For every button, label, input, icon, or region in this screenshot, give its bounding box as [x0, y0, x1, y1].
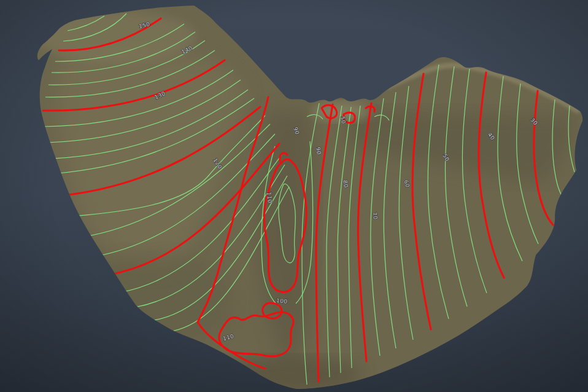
elevation-label: 90 — [315, 147, 322, 155]
viewport-3d[interactable]: 150140130120110100110909080706050504030 — [0, 0, 588, 392]
elevation-label: 100 — [276, 297, 288, 305]
elevation-label: 50 — [339, 116, 347, 124]
terrain-canvas: 150140130120110100110909080706050504030 — [0, 0, 588, 392]
elevation-label: 80 — [342, 180, 349, 189]
elevation-label: 110 — [266, 192, 273, 204]
